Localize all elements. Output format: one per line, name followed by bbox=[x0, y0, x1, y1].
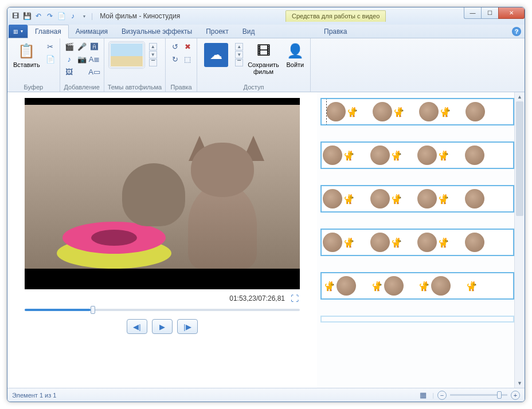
zoom-thumb[interactable] bbox=[497, 391, 502, 399]
status-bar: Элемент 1 из 1 ▦ | − + bbox=[7, 388, 525, 402]
save-movie-label: Сохранить фильм bbox=[248, 61, 279, 75]
quick-access-toolbar: 🎞 💾 ↶ ↷ 📄 ♪ ▾ | bbox=[7, 11, 96, 21]
scroll-down-icon[interactable]: ▼ bbox=[515, 379, 525, 388]
share-menu-button[interactable]: ▔ bbox=[235, 59, 243, 66]
timeline-clip[interactable]: 🐈 🐈 🐈 🐈 bbox=[320, 272, 514, 300]
next-frame-button[interactable]: |▶ bbox=[177, 319, 198, 334]
qat-music-icon[interactable]: ♪ bbox=[68, 11, 77, 21]
group-label-access: Доступ bbox=[201, 82, 307, 91]
app-window: 🎞 💾 ↶ ↷ 📄 ♪ ▾ | Мой фильм - Киностудия С… bbox=[7, 7, 525, 402]
tab-project[interactable]: Проект bbox=[199, 25, 236, 38]
cloud-icon: ☁ bbox=[204, 43, 228, 67]
file-tab[interactable]: ▥ ▾ bbox=[9, 25, 28, 38]
scrollbar-thumb[interactable] bbox=[516, 101, 523, 216]
cut-icon[interactable]: ✂ bbox=[45, 41, 56, 52]
tab-animation[interactable]: Анимация bbox=[69, 25, 115, 38]
help-button[interactable]: ? bbox=[512, 27, 521, 36]
film-icon: 🎞 bbox=[255, 42, 273, 60]
group-label-editing: Правка bbox=[169, 82, 193, 91]
add-caption-icon[interactable]: A≣ bbox=[89, 53, 100, 65]
share-up-button[interactable]: ▲ bbox=[235, 43, 243, 50]
zoom-slider[interactable] bbox=[450, 394, 507, 396]
ribbon: 📋 Вставить ✂ 📄 Буфер 🎬 🎤 🅰 ♪ 📷 A≣ bbox=[7, 38, 525, 92]
login-label: Войти bbox=[286, 61, 304, 68]
delete-icon[interactable]: ✖ bbox=[182, 41, 193, 52]
group-clipboard: 📋 Вставить ✂ 📄 Буфер bbox=[7, 38, 60, 92]
theme-down-button[interactable]: ▼ bbox=[149, 51, 157, 58]
add-credits-icon[interactable]: A▭ bbox=[89, 66, 100, 77]
seek-bar[interactable] bbox=[25, 309, 300, 311]
timeline-clip[interactable]: 🐈 🐈 🐈 bbox=[320, 98, 514, 125]
group-label-adding: Добавление bbox=[64, 82, 100, 91]
paste-label: Вставить bbox=[13, 61, 40, 68]
paste-button[interactable]: 📋 Вставить bbox=[11, 41, 42, 69]
tab-view[interactable]: Вид bbox=[236, 25, 262, 38]
timeline-clip[interactable]: 🐈 🐈 🐈 bbox=[320, 141, 514, 169]
chevron-down-icon: ▾ bbox=[21, 29, 23, 34]
timeline-clip[interactable]: 🐈 🐈 🐈 bbox=[320, 229, 514, 256]
zoom-in-button[interactable]: + bbox=[511, 391, 520, 400]
theme-up-button[interactable]: ▲ bbox=[149, 43, 157, 50]
window-title: Мой фильм - Киностудия bbox=[96, 12, 180, 20]
theme-thumbnail[interactable] bbox=[110, 43, 143, 67]
file-menu-icon: ▥ bbox=[13, 29, 18, 34]
group-themes: ▲ ▼ ▔ Темы автофильма bbox=[104, 38, 166, 92]
ribbon-tabs: ▥ ▾ Главная Анимация Визуальные эффекты … bbox=[7, 25, 525, 38]
save-movie-button[interactable]: 🎞 Сохранить фильм bbox=[245, 41, 281, 76]
close-button[interactable]: ✕ bbox=[498, 7, 525, 19]
theme-menu-button[interactable]: ▔ bbox=[149, 59, 157, 66]
timeline-pane: 🐈 🐈 🐈 🐈 🐈 🐈 🐈 🐈 🐈 🐈 🐈 🐈 bbox=[317, 92, 525, 388]
rotate-right-icon[interactable]: ↻ bbox=[169, 53, 181, 65]
zoom-out-button[interactable]: − bbox=[437, 391, 447, 400]
qat-save-icon[interactable]: 💾 bbox=[22, 11, 32, 21]
qat-undo-icon[interactable]: ↶ bbox=[34, 11, 43, 21]
timeline-clip[interactable]: 🐈 🐈 🐈 bbox=[320, 185, 514, 213]
group-label-themes: Темы автофильма bbox=[108, 82, 162, 91]
select-all-icon[interactable]: ⬚ bbox=[182, 53, 193, 65]
add-cam-icon[interactable]: 📷 bbox=[76, 53, 88, 65]
onedrive-button[interactable]: ☁ bbox=[201, 41, 232, 69]
rotate-left-icon[interactable]: ↺ bbox=[169, 41, 181, 52]
vertical-scrollbar[interactable]: ▲ ▼ bbox=[514, 92, 525, 388]
video-preview[interactable] bbox=[25, 98, 300, 289]
group-editing: ↺ ✖ ↻ ⬚ Правка bbox=[166, 38, 197, 92]
tab-visual-effects[interactable]: Визуальные эффекты bbox=[115, 25, 199, 38]
login-button[interactable]: 👤 Войти bbox=[284, 41, 307, 69]
status-item-count: Элемент 1 из 1 bbox=[12, 392, 56, 399]
preview-pane: 01:53,23/07:26,81 ⛶ ◀| ▶ |▶ bbox=[7, 92, 317, 388]
add-video-icon[interactable]: 🎬 bbox=[64, 41, 75, 52]
title-bar: 🎞 💾 ↶ ↷ 📄 ♪ ▾ | Мой фильм - Киностудия С… bbox=[7, 7, 525, 25]
copy-icon[interactable]: 📄 bbox=[45, 53, 56, 65]
add-title-icon[interactable]: 🅰 bbox=[89, 41, 100, 52]
qat-paste-icon[interactable]: 📄 bbox=[57, 11, 66, 21]
tab-edit[interactable]: Правка bbox=[317, 25, 354, 38]
user-icon: 👤 bbox=[286, 42, 304, 60]
qat-redo-icon[interactable]: ↷ bbox=[45, 11, 54, 21]
time-display: 01:53,23/07:26,81 bbox=[229, 294, 285, 302]
timeline-clip[interactable] bbox=[320, 316, 514, 323]
add-mic-icon[interactable]: 🎤 bbox=[76, 41, 88, 52]
share-down-button[interactable]: ▼ bbox=[235, 51, 243, 58]
scroll-up-icon[interactable]: ▲ bbox=[515, 92, 525, 101]
group-access: ☁ ▲ ▼ ▔ 🎞 Сохранить фильм 👤 Войти Доступ bbox=[197, 38, 311, 92]
prev-frame-button[interactable]: ◀| bbox=[127, 319, 147, 334]
clipboard-icon: 📋 bbox=[17, 42, 36, 60]
context-tab-group-label: Средства для работы с видео bbox=[285, 10, 386, 22]
add-music-icon[interactable]: ♪ bbox=[64, 53, 75, 65]
play-button[interactable]: ▶ bbox=[152, 319, 173, 334]
content-area: 01:53,23/07:26,81 ⛶ ◀| ▶ |▶ 🐈 🐈 🐈 🐈 🐈 bbox=[7, 92, 525, 388]
app-icon: 🎞 bbox=[11, 11, 20, 21]
seek-thumb[interactable] bbox=[91, 306, 95, 314]
group-add: 🎬 🎤 🅰 ♪ 📷 A≣ 🖼 A▭ Добавление bbox=[60, 38, 104, 92]
tab-home[interactable]: Главная bbox=[28, 25, 69, 38]
maximize-button[interactable]: ☐ bbox=[481, 7, 498, 19]
group-label-buffer: Буфер bbox=[11, 82, 56, 91]
fullscreen-button[interactable]: ⛶ bbox=[291, 294, 299, 303]
add-photo-icon[interactable]: 🖼 bbox=[64, 66, 75, 77]
qat-dropdown-icon[interactable]: ▾ bbox=[80, 11, 89, 21]
thumbnails-view-icon[interactable]: ▦ bbox=[417, 390, 429, 401]
zoom-control: − + bbox=[437, 391, 520, 400]
minimize-button[interactable]: — bbox=[464, 7, 481, 19]
